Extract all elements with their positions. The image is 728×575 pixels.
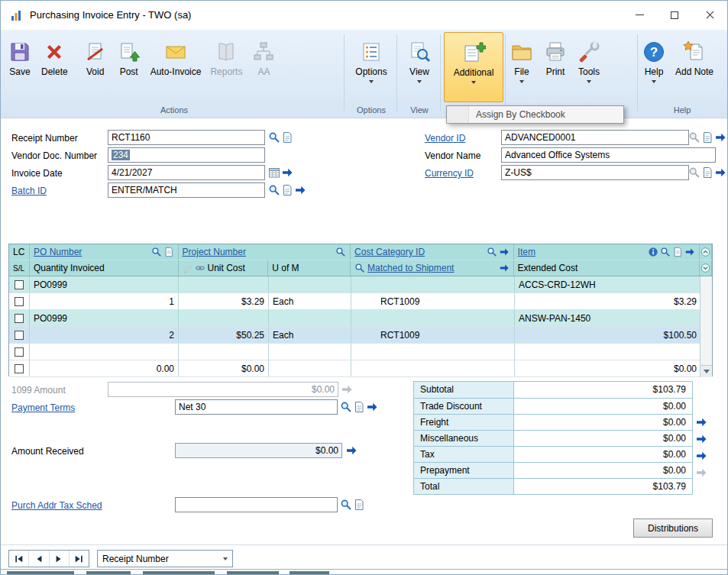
cell-uofm[interactable]: Each xyxy=(269,293,351,309)
menu-item-assign-by-checkbook[interactable]: Assign By Checkbook xyxy=(447,106,623,123)
auto-invoice-button[interactable]: Auto-Invoice xyxy=(148,32,204,79)
row-checkbox[interactable] xyxy=(15,364,24,373)
trade-discount-value[interactable]: $0.00 xyxy=(514,399,692,414)
vendor-id-label[interactable]: Vendor ID xyxy=(425,131,465,146)
additional-button[interactable]: Additional xyxy=(444,32,503,102)
save-button[interactable]: Save xyxy=(5,32,34,79)
view-button[interactable]: View xyxy=(405,32,434,85)
cell-quantity[interactable]: 0.00 xyxy=(30,360,179,376)
project-number-header-link[interactable]: Project Number xyxy=(183,247,246,257)
po-lookup-icon[interactable] xyxy=(151,247,162,257)
receipt-number-lookup-icon[interactable] xyxy=(268,131,280,144)
payment-terms-note-icon[interactable] xyxy=(353,401,365,413)
maximize-button[interactable] xyxy=(657,1,692,29)
tax-expand-icon[interactable] xyxy=(695,450,707,462)
next-record-button[interactable] xyxy=(50,551,70,567)
batch-id-lookup-icon[interactable] xyxy=(268,184,280,196)
grid-collapse-rows-button[interactable] xyxy=(700,244,712,260)
cell-uofm[interactable]: Each xyxy=(269,327,351,343)
last-record-button[interactable] xyxy=(70,551,89,567)
miscellaneous-value[interactable]: $0.00 xyxy=(514,431,692,446)
cell-uofm[interactable] xyxy=(269,344,351,360)
void-button[interactable]: Void xyxy=(81,32,110,79)
row-checkbox[interactable] xyxy=(15,314,24,323)
cost-category-header-link[interactable]: Cost Category ID xyxy=(354,247,425,257)
item-expand-icon[interactable] xyxy=(684,247,695,257)
grid-scrollbar[interactable] xyxy=(700,276,712,377)
close-button[interactable] xyxy=(692,1,727,29)
delete-button[interactable]: Delete xyxy=(39,32,70,79)
currency-id-note-icon[interactable] xyxy=(701,166,713,179)
purch-addr-lookup-icon[interactable] xyxy=(340,499,352,511)
cell-quantity[interactable] xyxy=(30,344,179,360)
print-button[interactable]: Print xyxy=(541,32,570,79)
help-button[interactable]: ? Help xyxy=(639,32,668,85)
matched-to-shipment-header-link[interactable]: Matched to Shipment xyxy=(367,263,454,273)
payment-terms-expand-icon[interactable] xyxy=(366,401,378,413)
uofm-lookup-icon[interactable] xyxy=(354,263,365,273)
item-note-icon[interactable] xyxy=(672,247,683,257)
freight-expand-icon[interactable] xyxy=(695,416,707,428)
row-checkbox[interactable] xyxy=(15,347,24,357)
batch-id-field[interactable]: ENTER/MATCH xyxy=(108,183,265,198)
amount-received-expand-icon[interactable] xyxy=(345,444,358,457)
row-checkbox[interactable] xyxy=(15,331,24,340)
post-button[interactable]: Post xyxy=(115,32,144,79)
batch-id-label[interactable]: Batch ID xyxy=(11,183,47,199)
tax-value[interactable]: $0.00 xyxy=(514,447,692,462)
options-button[interactable]: Options xyxy=(353,32,389,85)
invoice-date-field[interactable]: 4/21/2027 xyxy=(108,165,265,180)
po-number-header-link[interactable]: PO Number xyxy=(34,247,82,257)
cell-uofm[interactable] xyxy=(269,360,351,376)
item-header-link[interactable]: Item xyxy=(518,247,535,257)
currency-id-field[interactable]: Z-US$ xyxy=(501,165,689,180)
scroll-down-button[interactable] xyxy=(700,365,712,377)
cell-unit-cost[interactable] xyxy=(179,344,269,360)
previous-record-button[interactable] xyxy=(29,551,49,567)
file-button[interactable]: File xyxy=(507,32,536,85)
purch-addr-note-icon[interactable] xyxy=(353,499,365,511)
calendar-icon[interactable] xyxy=(268,166,280,179)
vendor-doc-number-field[interactable]: 234 xyxy=(108,147,265,163)
sort-by-select[interactable]: Receipt Number xyxy=(97,550,233,567)
add-note-button[interactable]: Add Note xyxy=(673,32,716,79)
receipt-number-note-icon[interactable] xyxy=(281,131,293,144)
vendor-name-field[interactable]: Advanced Office Systems xyxy=(501,147,716,163)
payment-terms-label[interactable]: Payment Terms xyxy=(11,400,75,415)
cell-quantity[interactable]: 2 xyxy=(30,327,179,343)
batch-id-note-icon[interactable] xyxy=(281,184,293,196)
invoice-date-expand-icon[interactable] xyxy=(281,166,293,179)
project-lookup-icon[interactable] xyxy=(335,247,346,257)
item-lookup-icon[interactable] xyxy=(660,247,671,257)
cell-unit-cost[interactable]: $0.00 xyxy=(179,360,269,376)
first-record-button[interactable] xyxy=(9,551,29,567)
payment-terms-lookup-icon[interactable] xyxy=(340,401,352,413)
vendor-id-field[interactable]: ADVANCED0001 xyxy=(501,130,689,145)
minimize-button[interactable] xyxy=(622,1,657,29)
purch-addr-tax-sched-label[interactable]: Purch Addr Tax Sched xyxy=(11,498,102,513)
cell-unit-cost[interactable]: $50.25 xyxy=(179,327,269,343)
matched-expand-icon[interactable] xyxy=(499,263,510,273)
item-info-icon[interactable] xyxy=(648,247,658,257)
row-checkbox[interactable] xyxy=(15,280,24,289)
freight-value[interactable]: $0.00 xyxy=(514,415,692,430)
amount-received-field[interactable]: $0.00 xyxy=(175,443,342,458)
currency-id-expand-icon[interactable] xyxy=(714,166,726,179)
cost-category-expand-icon[interactable] xyxy=(499,247,510,257)
cell-quantity[interactable]: 1 xyxy=(30,293,179,309)
batch-id-expand-icon[interactable] xyxy=(294,184,306,196)
receipt-number-field[interactable]: RCT1160 xyxy=(108,130,265,145)
vendor-id-note-icon[interactable] xyxy=(701,131,713,144)
po-note-icon[interactable] xyxy=(163,247,174,257)
vendor-id-expand-icon[interactable] xyxy=(714,131,726,144)
distributions-button[interactable]: Distributions xyxy=(633,518,713,538)
purch-addr-tax-sched-field[interactable] xyxy=(175,497,338,512)
cost-category-lookup-icon[interactable] xyxy=(487,247,497,257)
currency-id-label[interactable]: Currency ID xyxy=(425,166,474,181)
tools-button[interactable]: Tools xyxy=(574,32,603,85)
row-checkbox[interactable] xyxy=(15,297,24,306)
payment-terms-field[interactable]: Net 30 xyxy=(175,399,338,415)
grid-expand-rows-button[interactable] xyxy=(700,260,712,276)
miscellaneous-expand-icon[interactable] xyxy=(695,433,707,445)
cell-unit-cost[interactable]: $3.29 xyxy=(179,293,269,309)
